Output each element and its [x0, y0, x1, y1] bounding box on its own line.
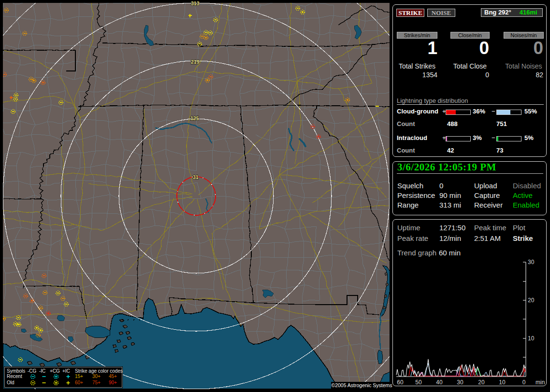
- svg-text:50: 50: [415, 379, 422, 386]
- svg-text:20: 20: [528, 297, 535, 304]
- svg-text:30: 30: [457, 379, 463, 386]
- svg-text:min: min: [536, 379, 545, 386]
- svg-text:30: 30: [528, 259, 535, 266]
- svg-text:10: 10: [528, 335, 535, 342]
- svg-text:125: 125: [190, 115, 199, 121]
- svg-text:313: 313: [191, 0, 200, 6]
- svg-text:20: 20: [478, 379, 485, 386]
- svg-text:219: 219: [191, 59, 200, 65]
- svg-text:10: 10: [499, 379, 506, 386]
- svg-text:40: 40: [436, 379, 443, 386]
- svg-text:31: 31: [193, 174, 199, 180]
- svg-text:0: 0: [522, 379, 526, 386]
- svg-text:60: 60: [397, 379, 404, 386]
